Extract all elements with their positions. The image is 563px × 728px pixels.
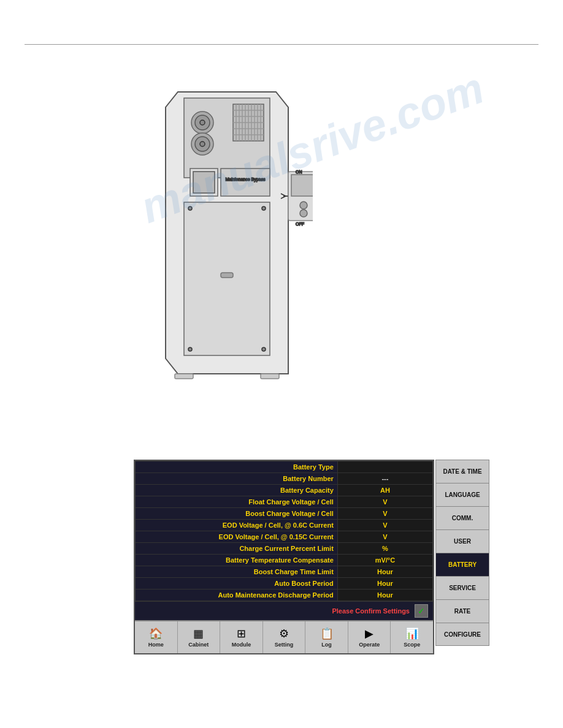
home-icon: 🏠: [149, 627, 163, 640]
sidebar-btn-rate[interactable]: RATE: [435, 599, 489, 623]
nav-label: Cabinet: [188, 642, 209, 648]
settings-value[interactable]: V: [337, 520, 432, 531]
nav-item-operate[interactable]: ▶Operate: [348, 621, 391, 653]
battery-settings-table: Battery TypeBattery Number---Battery Cap…: [135, 461, 433, 601]
svg-text:ON: ON: [296, 170, 302, 174]
settings-row: EOD Voltage / Cell, @ 0.15C CurrentV: [136, 531, 433, 543]
svg-rect-40: [261, 374, 279, 379]
settings-row: Battery Temperature CompensatemV/°C: [136, 555, 433, 566]
settings-label: Float Charge Voltage / Cell: [136, 496, 338, 508]
settings-row: Float Charge Voltage / CellV: [136, 496, 433, 508]
nav-item-cabinet[interactable]: ▦Cabinet: [178, 621, 221, 653]
svg-text:OFF: OFF: [296, 222, 304, 226]
setting-icon: ⚙: [279, 627, 289, 640]
svg-point-37: [188, 347, 192, 351]
nav-bar: 🏠Home▦Cabinet⊞Module⚙Setting📋Log▶Operate…: [135, 620, 433, 653]
settings-value[interactable]: ---: [337, 473, 432, 485]
nav-label: Module: [232, 642, 251, 648]
nav-item-module[interactable]: ⊞Module: [220, 621, 263, 653]
nav-label: Setting: [275, 642, 294, 648]
nav-label: Home: [148, 642, 164, 648]
settings-value[interactable]: Hour: [337, 566, 432, 578]
settings-row: Charge Current Percent Limit%: [136, 543, 433, 555]
confirm-row: Please Confirm Settings ✓: [135, 601, 433, 620]
settings-label: Battery Capacity: [136, 485, 338, 496]
settings-label: Auto Boost Period: [136, 578, 338, 590]
settings-label: Boost Charge Time Limit: [136, 566, 338, 578]
svg-rect-23: [221, 169, 270, 196]
settings-value[interactable]: %: [337, 543, 432, 555]
scope-icon: 📊: [405, 627, 419, 640]
svg-point-30: [300, 210, 307, 217]
settings-value[interactable]: [337, 461, 432, 473]
nav-item-home[interactable]: 🏠Home: [135, 621, 178, 653]
settings-label: Battery Number: [136, 473, 338, 485]
settings-row: Auto Boost PeriodHour: [136, 578, 433, 590]
nav-item-scope[interactable]: 📊Scope: [391, 621, 433, 653]
settings-value[interactable]: V: [337, 496, 432, 508]
nav-item-setting[interactable]: ⚙Setting: [263, 621, 306, 653]
svg-point-35: [188, 207, 192, 210]
settings-label: Boost Charge Voltage / Cell: [136, 508, 338, 520]
sidebar-btn-battery[interactable]: BATTERY: [435, 553, 489, 576]
settings-label: EOD Voltage / Cell, @ 0.15C Current: [136, 531, 338, 543]
settings-row: Battery CapacityAH: [136, 485, 433, 496]
svg-point-22: [200, 142, 205, 146]
settings-value[interactable]: Hour: [337, 578, 432, 590]
nav-label: Log: [321, 642, 332, 648]
settings-label: Battery Type: [136, 461, 338, 473]
confirm-text: Please Confirm Settings: [332, 607, 410, 615]
sidebar-btn-service[interactable]: SERVICE: [435, 576, 489, 599]
settings-row: Auto Maintenance Discharge PeriodHour: [136, 590, 433, 601]
settings-row: Boost Charge Voltage / CellV: [136, 508, 433, 520]
settings-row: EOD Voltage / Cell, @ 0.6C CurrentV: [136, 520, 433, 531]
nav-label: Operate: [359, 642, 380, 648]
settings-row: Battery Type: [136, 461, 433, 473]
operate-icon: ▶: [365, 627, 373, 640]
sidebar-btn-configure[interactable]: CONFIGURE: [435, 623, 489, 646]
svg-rect-26: [193, 172, 215, 193]
sidebar-btn-user[interactable]: USER: [435, 529, 489, 553]
nav-item-log[interactable]: 📋Log: [305, 621, 348, 653]
settings-label: Charge Current Percent Limit: [136, 543, 338, 555]
settings-value[interactable]: Hour: [337, 590, 432, 601]
svg-point-36: [262, 207, 266, 210]
right-sidebar: DATE & TIMELANGUAGECOMM.USERBATTERYSERVI…: [435, 460, 489, 646]
settings-row: Boost Charge Time LimitHour: [136, 566, 433, 578]
settings-value[interactable]: V: [337, 508, 432, 520]
svg-point-29: [300, 202, 307, 209]
nav-label: Scope: [404, 642, 420, 648]
svg-rect-33: [184, 202, 270, 355]
settings-label: EOD Voltage / Cell, @ 0.6C Current: [136, 520, 338, 531]
sidebar-btn-language[interactable]: LANGUAGE: [435, 483, 489, 506]
module-icon: ⊞: [237, 627, 246, 640]
svg-rect-34: [221, 273, 233, 278]
settings-value[interactable]: AH: [337, 485, 432, 496]
svg-rect-28: [291, 175, 313, 196]
svg-rect-39: [175, 374, 193, 379]
settings-panel: Battery TypeBattery Number---Battery Cap…: [134, 460, 434, 654]
cabinet-icon: ▦: [193, 627, 204, 640]
settings-value[interactable]: V: [337, 531, 432, 543]
sidebar-btn-comm-[interactable]: COMM.: [435, 506, 489, 529]
svg-point-38: [262, 347, 266, 351]
svg-text:Maintenance Bypass: Maintenance Bypass: [226, 177, 266, 182]
top-divider: [25, 44, 538, 45]
settings-row: Battery Number---: [136, 473, 433, 485]
log-icon: 📋: [320, 627, 334, 640]
confirm-button[interactable]: ✓: [415, 604, 428, 618]
settings-label: Auto Maintenance Discharge Period: [136, 590, 338, 601]
settings-label: Battery Temperature Compensate: [136, 555, 338, 566]
svg-point-19: [200, 120, 205, 125]
cabinet-illustration: Maintenance Bypass ON OFF: [123, 55, 331, 411]
settings-value[interactable]: mV/°C: [337, 555, 432, 566]
sidebar-btn-date---time[interactable]: DATE & TIME: [435, 460, 489, 483]
